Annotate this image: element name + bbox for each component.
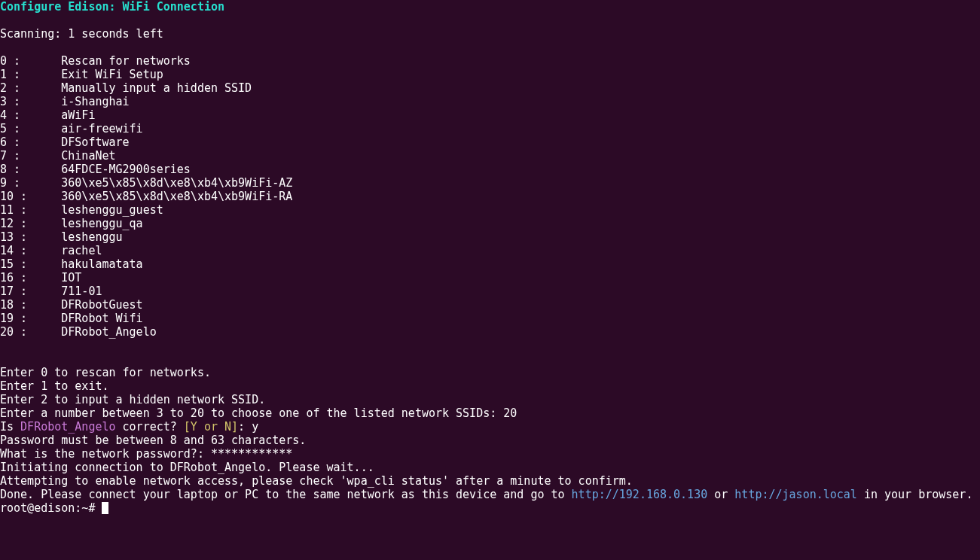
cursor-icon: [102, 502, 108, 514]
hint-hidden: Enter 2 to input a hidden network SSID.: [0, 393, 265, 406]
option-18: 18 : DFRobotGuest: [0, 298, 143, 312]
scanning-status: Scanning: 1 seconds left: [0, 27, 163, 41]
confirm-pre: Is: [0, 420, 20, 434]
option-11: 11 : leshenggu_guest: [0, 203, 163, 217]
option-20: 20 : DFRobot_Angelo: [0, 325, 157, 339]
password-rule: Password must be between 8 and 63 charac…: [0, 434, 306, 447]
attempting-line: Attempting to enable network access, ple…: [0, 474, 633, 488]
option-14: 14 : rachel: [0, 244, 102, 257]
option-17: 17 : 711-01: [0, 285, 102, 298]
option-1: 1 : Exit WiFi Setup: [0, 68, 163, 81]
url-ip[interactable]: http://192.168.0.130: [572, 488, 708, 501]
option-6: 6 : DFSoftware: [0, 135, 130, 149]
confirm-line: Is DFRobot_Angelo correct? [Y or N]: y: [0, 420, 258, 434]
password-prompt: What is the network password?: *********…: [0, 447, 292, 461]
option-5: 5 : air-freewifi: [0, 122, 143, 135]
option-12: 12 : leshenggu_qa: [0, 217, 143, 230]
option-19: 19 : DFRobot Wifi: [0, 312, 143, 325]
option-9: 9 : 360\xe5\x85\x8d\xe8\xb4\xb9WiFi-AZ: [0, 176, 292, 190]
confirm-mid: correct?: [116, 420, 184, 434]
option-10: 10 : 360\xe5\x85\x8d\xe8\xb4\xb9WiFi-RA: [0, 190, 292, 203]
done-post: in your browser.: [857, 488, 973, 501]
url-hostname[interactable]: http://jason.local: [734, 488, 857, 501]
hint-exit: Enter 1 to exit.: [0, 379, 109, 393]
option-7: 7 : ChinaNet: [0, 149, 116, 163]
confirm-choice: [Y or N]: [184, 420, 238, 434]
confirm-ssid: DFRobot_Angelo: [20, 420, 115, 434]
terminal-output[interactable]: Configure Edison: WiFi Connection Scanni…: [0, 0, 980, 515]
done-line: Done. Please connect your laptop or PC t…: [0, 488, 972, 501]
option-16: 16 : IOT: [0, 271, 81, 285]
hint-rescan: Enter 0 to rescan for networks.: [0, 366, 211, 379]
option-15: 15 : hakulamatata: [0, 257, 143, 271]
done-pre: Done. Please connect your laptop or PC t…: [0, 488, 572, 501]
option-3: 3 : i-Shanghai: [0, 95, 130, 108]
option-8: 8 : 64FDCE-MG2900series: [0, 163, 191, 176]
option-13: 13 : leshenggu: [0, 230, 123, 244]
initiating-line: Initiating connection to DFRobot_Angelo.…: [0, 461, 374, 474]
option-0: 0 : Rescan for networks: [0, 54, 191, 68]
hint-choose: Enter a number between 3 to 20 to choose…: [0, 406, 517, 420]
confirm-answer: : y: [238, 420, 258, 434]
shell-prompt[interactable]: root@edison:~#: [0, 501, 102, 515]
done-mid: or: [707, 488, 734, 501]
wifi-config-heading: Configure Edison: WiFi Connection: [0, 0, 224, 14]
option-2: 2 : Manually input a hidden SSID: [0, 81, 252, 95]
option-4: 4 : aWiFi: [0, 108, 95, 122]
